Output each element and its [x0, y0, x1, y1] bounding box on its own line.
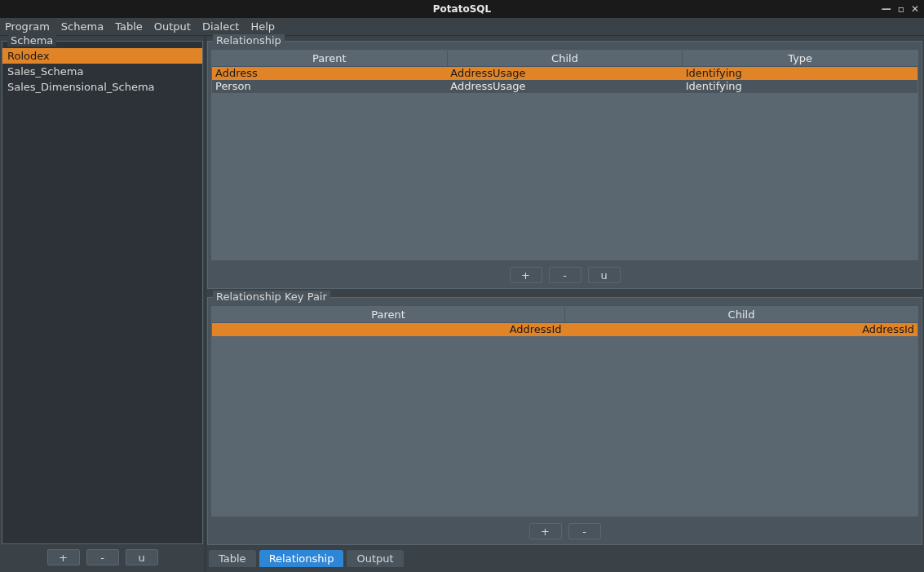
rel-cell-type: Identifying — [683, 80, 917, 93]
titlebar: PotatoSQL — ▫ ✕ — [0, 0, 924, 18]
rel-cell-parent: Address — [212, 67, 447, 80]
menu-program[interactable]: Program — [5, 20, 50, 33]
maximize-icon[interactable]: ▫ — [898, 3, 904, 15]
relationship-add-button[interactable]: + — [510, 267, 542, 283]
keypair-panel: Relationship Key Pair Parent Child Addre… — [207, 297, 922, 545]
sidebar: Schema Rolodex Sales_Schema Sales_Dimens… — [0, 36, 206, 572]
minimize-icon[interactable]: — — [882, 3, 891, 15]
relationship-row[interactable]: Person AddressUsage Identifying — [212, 80, 917, 93]
keypair-add-button[interactable]: + — [529, 523, 562, 539]
relationship-button-row: + - u — [208, 262, 922, 288]
keypair-row[interactable]: AddressId AddressId — [212, 323, 917, 336]
kp-header-child[interactable]: Child — [565, 307, 917, 322]
relationship-grid-body: Address AddressUsage Identifying Person … — [212, 67, 917, 259]
relationship-remove-button[interactable]: - — [549, 267, 581, 283]
schema-button-row: + - u — [2, 544, 203, 570]
tab-relationship[interactable]: Relationship — [259, 550, 344, 567]
rel-cell-type: Identifying — [683, 67, 917, 80]
rel-cell-parent: Person — [212, 80, 447, 93]
keypair-button-row: + - — [208, 518, 922, 544]
rel-header-child[interactable]: Child — [448, 51, 683, 66]
relationship-grid-header: Parent Child Type — [212, 51, 917, 67]
rel-cell-child: AddressUsage — [447, 67, 682, 80]
schema-remove-button[interactable]: - — [86, 549, 119, 565]
schema-add-button[interactable]: + — [47, 549, 80, 565]
menu-dialect[interactable]: Dialect — [202, 20, 239, 33]
schema-item-sales[interactable]: Sales_Schema — [2, 64, 202, 79]
keypair-grid: Parent Child AddressId AddressId — [211, 306, 918, 517]
rel-header-type[interactable]: Type — [683, 51, 917, 66]
tab-table[interactable]: Table — [209, 550, 256, 567]
keypair-grid-header: Parent Child — [212, 307, 917, 323]
relationship-update-button[interactable]: u — [588, 267, 621, 283]
keypair-grid-body: AddressId AddressId — [212, 323, 917, 516]
close-icon[interactable]: ✕ — [911, 3, 919, 15]
relationship-row[interactable]: Address AddressUsage Identifying — [212, 67, 917, 80]
main-area: Relationship Parent Child Type Address A… — [206, 36, 924, 572]
schema-item-sales-dimensional[interactable]: Sales_Dimensional_Schema — [2, 79, 202, 95]
kp-header-parent[interactable]: Parent — [212, 307, 565, 322]
schema-panel-title: Schema — [7, 34, 56, 47]
menu-output[interactable]: Output — [154, 20, 191, 33]
keypair-remove-button[interactable]: - — [568, 523, 601, 539]
menu-help[interactable]: Help — [250, 20, 275, 33]
keypair-panel-title: Relationship Key Pair — [213, 290, 330, 303]
schema-list: Rolodex Sales_Schema Sales_Dimensional_S… — [2, 42, 202, 543]
menubar: Program Schema Table Output Dialect Help — [0, 18, 924, 36]
relationship-panel-title: Relationship — [213, 34, 285, 47]
schema-item-rolodex[interactable]: Rolodex — [2, 48, 202, 64]
rel-header-parent[interactable]: Parent — [212, 51, 448, 66]
app-title: PotatoSQL — [433, 3, 491, 15]
schema-panel: Schema Rolodex Sales_Schema Sales_Dimens… — [2, 41, 203, 544]
menu-schema[interactable]: Schema — [61, 20, 104, 33]
kp-cell-child: AddressId — [565, 323, 918, 336]
rel-cell-child: AddressUsage — [447, 80, 682, 93]
tab-output[interactable]: Output — [347, 550, 403, 567]
relationship-panel: Relationship Parent Child Type Address A… — [207, 41, 922, 289]
schema-update-button[interactable]: u — [126, 549, 158, 565]
tab-bar: Table Relationship Output — [207, 547, 922, 570]
relationship-grid: Parent Child Type Address AddressUsage I… — [211, 50, 918, 260]
kp-cell-parent: AddressId — [212, 323, 565, 336]
menu-table[interactable]: Table — [115, 20, 143, 33]
